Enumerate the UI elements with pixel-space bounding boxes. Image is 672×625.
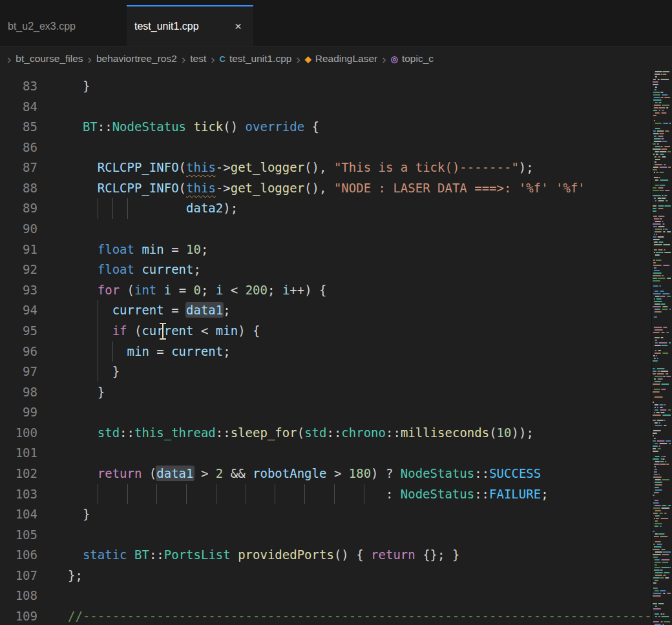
code-token[interactable]: get_logger xyxy=(231,160,304,174)
code-token[interactable]: return xyxy=(98,466,142,480)
code-text[interactable]: float min = 10; xyxy=(68,240,208,260)
code-token[interactable]: 10 xyxy=(186,242,201,256)
code-token[interactable]: < xyxy=(223,283,245,297)
code-token[interactable] xyxy=(68,466,98,480)
code-line[interactable]: 101 xyxy=(0,443,651,464)
code-line[interactable]: 108 xyxy=(0,586,651,606)
code-token[interactable]: if xyxy=(112,323,127,338)
code-token[interactable]: :: xyxy=(216,425,231,440)
code-line[interactable]: 88 RCLCPP_INFO(this->get_logger(), "NODE… xyxy=(0,178,651,199)
code-text[interactable]: static BT::PortsList providedPorts() { r… xyxy=(68,545,459,566)
code-token[interactable]: :: xyxy=(474,487,489,501)
code-token[interactable]: :: xyxy=(474,466,489,480)
code-token[interactable]: }; xyxy=(68,568,83,582)
code-token[interactable] xyxy=(68,303,112,317)
code-token[interactable]: } xyxy=(68,507,90,521)
code-token[interactable]: i xyxy=(164,283,171,297)
code-text[interactable]: if (current < min) { xyxy=(68,321,260,342)
code-token[interactable]: ( xyxy=(120,283,134,297)
code-editor[interactable]: 83 }8485 BT::NodeStatus tick() override … xyxy=(0,71,672,625)
code-token[interactable]: )); xyxy=(512,425,534,440)
code-token[interactable]: () xyxy=(223,119,245,134)
code-token[interactable]: for xyxy=(98,283,120,297)
code-token[interactable]: RCLCPP_INFO xyxy=(98,160,179,174)
code-token[interactable]: std xyxy=(304,425,326,440)
code-line[interactable]: 103 : NodeStatus::FAILURE; xyxy=(0,484,651,505)
code-text[interactable]: min = current; xyxy=(68,342,231,362)
code-token[interactable]: 200 xyxy=(246,283,268,297)
minimap[interactable] xyxy=(651,71,672,625)
code-lines[interactable]: 83 }8485 BT::NodeStatus tick() override … xyxy=(0,71,651,625)
code-text[interactable]: data2); xyxy=(68,198,238,219)
code-token[interactable]: && xyxy=(223,466,253,480)
code-token[interactable] xyxy=(68,181,98,195)
code-line[interactable]: 96 min = current; xyxy=(0,342,651,362)
code-token[interactable]: min xyxy=(216,323,238,338)
code-token[interactable]: ( xyxy=(127,323,142,338)
code-token[interactable] xyxy=(68,262,98,276)
code-text[interactable]: RCLCPP_INFO(this->get_logger(), "This is… xyxy=(68,158,534,178)
code-text[interactable]: BT::NodeStatus tick() override { xyxy=(68,117,319,138)
code-token[interactable]: { xyxy=(304,119,319,134)
code-token[interactable]: this xyxy=(186,181,216,195)
code-token[interactable]: int xyxy=(134,283,156,297)
code-token[interactable]: :: xyxy=(326,425,341,440)
code-token[interactable]: "This is a tick()-------" xyxy=(334,160,519,174)
code-token[interactable]: tick xyxy=(194,119,224,134)
code-token[interactable] xyxy=(68,283,98,297)
code-token[interactable]: float xyxy=(98,242,134,256)
code-text[interactable]: std::this_thread::sleep_for(std::chrono:… xyxy=(68,423,534,444)
code-text[interactable]: : NodeStatus::FAILURE; xyxy=(68,484,549,505)
code-token[interactable] xyxy=(68,548,83,562)
code-token[interactable]: ; xyxy=(541,487,548,501)
code-text[interactable]: //--------------------------------------… xyxy=(68,606,651,625)
code-token[interactable]: static xyxy=(83,548,127,562)
code-line[interactable]: 98 } xyxy=(0,382,651,403)
code-line[interactable]: 83 } xyxy=(0,76,651,97)
code-token[interactable]: ; xyxy=(268,283,282,297)
code-token[interactable]: ( xyxy=(179,160,186,174)
code-token[interactable] xyxy=(127,548,134,562)
code-token[interactable]: milliseconds xyxy=(401,425,489,440)
code-token[interactable]: NodeStatus xyxy=(401,466,474,480)
code-token[interactable] xyxy=(68,425,98,440)
code-token[interactable]: i xyxy=(282,283,289,297)
code-token[interactable]: RCLCPP_INFO xyxy=(98,181,179,195)
code-line[interactable]: 91 float min = 10; xyxy=(0,240,651,260)
code-token[interactable]: min xyxy=(142,242,163,256)
code-text[interactable]: current = data1; xyxy=(68,300,231,321)
code-token[interactable]: } xyxy=(68,364,120,378)
code-line[interactable]: 85 BT::NodeStatus tick() override { xyxy=(0,117,651,138)
code-text[interactable]: for (int i = 0; i < 200; i++) { xyxy=(68,280,327,301)
code-token[interactable]: -> xyxy=(216,181,231,195)
code-token[interactable] xyxy=(186,119,193,134)
code-token[interactable]: data2 xyxy=(186,201,223,215)
code-token[interactable]: } xyxy=(68,385,105,399)
code-text[interactable]: } xyxy=(68,504,90,525)
code-token[interactable]: > xyxy=(326,466,348,480)
code-token[interactable]: NodeStatus xyxy=(401,487,474,501)
code-token[interactable]: current xyxy=(142,262,193,276)
code-token[interactable]: 10 xyxy=(497,425,512,440)
code-text[interactable]: return (data1 > 2 && robotAngle > 180) ?… xyxy=(68,464,541,484)
code-token[interactable]: 180 xyxy=(349,466,371,480)
code-token[interactable]: < xyxy=(194,323,216,338)
breadcrumb-item[interactable]: Ctest_unit1.cpp xyxy=(220,53,292,65)
code-token[interactable]: current xyxy=(171,344,223,358)
breadcrumb-item[interactable]: bt_course_files xyxy=(16,53,83,65)
code-token[interactable]: -> xyxy=(216,160,231,174)
code-token[interactable]: BT xyxy=(134,548,149,562)
breadcrumb-item[interactable]: behaviortree_ros2 xyxy=(96,53,177,65)
code-token[interactable]: ; xyxy=(194,262,201,276)
code-token[interactable]: ( xyxy=(142,466,156,480)
code-text[interactable]: RCLCPP_INFO(this->get_logger(), "NODE : … xyxy=(68,178,585,199)
code-token[interactable]: :: xyxy=(386,425,401,440)
code-token[interactable]: this xyxy=(186,160,216,174)
code-line[interactable]: 102 return (data1 > 2 && robotAngle > 18… xyxy=(0,464,651,484)
breadcrumb-item[interactable]: ◎topic_c xyxy=(391,53,434,65)
code-token[interactable]: 0 xyxy=(194,283,201,297)
code-token[interactable]: SUCCESS xyxy=(489,466,541,480)
code-token[interactable]: > xyxy=(194,466,216,480)
code-token[interactable]: sleep_for xyxy=(231,425,297,440)
breadcrumb-item[interactable]: ◆ReadingLaser xyxy=(305,53,378,65)
